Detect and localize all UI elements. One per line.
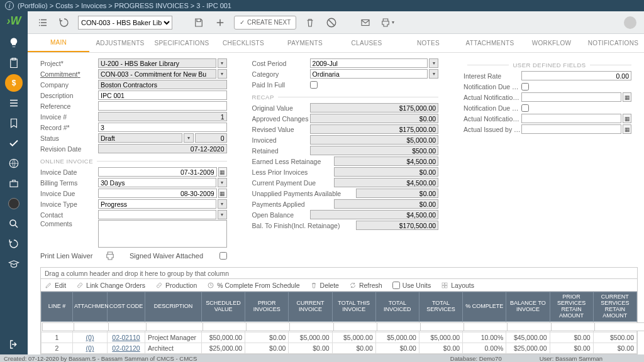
col-pct[interactable]: % COMPLETE [463, 292, 506, 322]
col-total-this[interactable]: TOTAL THIS INVOICE [332, 292, 375, 322]
paid-in-full-checkbox[interactable] [310, 81, 318, 89]
label-commitment[interactable]: Commitment [40, 70, 98, 78]
undo-icon[interactable] [57, 15, 72, 30]
sidebar-avatar-icon[interactable] [0, 194, 28, 214]
col-prior-retain[interactable]: PRIOR SERVICES RETAIN AMOUNT [550, 292, 593, 322]
info-icon[interactable]: i [5, 1, 14, 10]
sidebar-history-icon[interactable] [0, 234, 28, 254]
status-dropdown[interactable]: ▾ [184, 133, 194, 143]
list-view-icon[interactable] [35, 15, 50, 30]
grid-layouts-button[interactable]: Layouts [441, 282, 474, 289]
invoice-type-field[interactable] [98, 199, 216, 209]
col-total-invoiced[interactable]: TOTAL INVOICED [375, 292, 419, 322]
col-cost-code[interactable]: COST CODE [108, 292, 145, 322]
tab-specifications[interactable]: SPECIFICATIONS [151, 34, 213, 52]
record-no-field[interactable] [98, 123, 227, 132]
save-icon[interactable] [191, 15, 206, 30]
sidebar-list-icon[interactable] [0, 93, 28, 113]
tab-main[interactable]: MAIN [28, 34, 89, 52]
sidebar-check-icon[interactable] [0, 133, 28, 153]
grid-production-button[interactable]: Production [155, 282, 197, 289]
actual-notif1-date-icon[interactable]: ▦ [623, 92, 631, 102]
category-dropdown[interactable]: ▾ [429, 69, 438, 79]
actual-issued-date-icon[interactable]: ▦ [623, 124, 631, 134]
table-row[interactable]: 2(0)02-02120Architect$25,000.00$0.00$0.0… [42, 343, 637, 354]
project-dropdown[interactable]: ▾ [218, 58, 227, 68]
cell-code[interactable]: 02-02120 [108, 343, 145, 354]
col-line[interactable]: LINE # [42, 292, 73, 322]
notif-due2-checkbox[interactable] [521, 104, 529, 112]
tab-checklists[interactable]: CHECKLISTS [213, 34, 274, 52]
comments-field[interactable] [98, 220, 227, 248]
col-prior-inv[interactable]: PRIOR INVOICES [245, 292, 289, 322]
reference-field[interactable] [98, 101, 227, 111]
cell-code[interactable]: 02-02110 [108, 332, 145, 343]
sidebar-graduate-icon[interactable] [0, 254, 28, 274]
actual-notif1-field[interactable] [521, 92, 621, 102]
mail-icon[interactable] [358, 15, 373, 30]
category-field[interactable] [310, 69, 428, 79]
col-balance[interactable]: BALANCE TO INVOICE [506, 292, 550, 322]
grid-group-hint[interactable]: Drag a column header and drop it here to… [41, 268, 637, 279]
sidebar-logout-icon[interactable] [0, 334, 28, 354]
signed-waiver-checkbox[interactable] [219, 252, 227, 260]
crumb-costs[interactable]: Costs [55, 2, 73, 9]
table-row[interactable]: 1(0)02-02110Project Manager$50,000.00$0.… [42, 332, 637, 343]
grid-use-units-toggle[interactable]: Use Units [392, 282, 431, 289]
col-description[interactable]: DESCRIPTION [145, 292, 202, 322]
contact-dropdown[interactable]: ▾ [218, 210, 227, 219]
sidebar-briefcase-icon[interactable] [0, 173, 28, 194]
notif-due1-checkbox[interactable] [521, 83, 529, 90]
delete-icon[interactable] [303, 15, 318, 30]
print-lien-icon[interactable] [104, 250, 116, 261]
actual-notif2-field[interactable] [521, 114, 621, 123]
description-field[interactable] [98, 90, 227, 100]
print-icon[interactable]: ▾ [379, 15, 394, 30]
invoice-due-field[interactable] [98, 189, 217, 198]
add-icon[interactable] [213, 15, 228, 30]
grid-refresh-button[interactable]: Refresh [349, 282, 382, 289]
cost-period-dropdown[interactable]: ▾ [429, 58, 438, 68]
cost-period-field[interactable] [310, 58, 428, 68]
tab-adjustments[interactable]: ADJUSTMENTS [89, 34, 151, 52]
actual-notif2-date-icon[interactable]: ▦ [623, 114, 631, 123]
sidebar-globe-icon[interactable] [0, 153, 28, 173]
invoice-date-field[interactable] [98, 167, 217, 177]
context-select[interactable]: CON-003 - HBS Baker Library - Bost [78, 16, 172, 30]
cell-att[interactable]: (0) [73, 332, 108, 343]
cancel-icon[interactable] [324, 15, 339, 30]
tab-notifications[interactable]: NOTIFICATIONS [582, 34, 644, 52]
tab-attachments[interactable]: ATTACHMENTS [459, 34, 521, 52]
tab-notes[interactable]: NOTES [397, 34, 459, 52]
grid-link-change-button[interactable]: Link Change Orders [76, 282, 145, 289]
tab-payments[interactable]: PAYMENTS [274, 34, 336, 52]
col-total-services[interactable]: TOTAL SERVICES [419, 292, 462, 322]
sidebar-clipboard-icon[interactable] [0, 53, 28, 73]
sidebar-bulb-icon[interactable] [0, 33, 28, 53]
actual-issued-field[interactable] [521, 124, 621, 134]
invoice-type-dropdown[interactable]: ▾ [218, 199, 227, 209]
tab-workflow[interactable]: WORKFLOW [521, 34, 582, 52]
filter-cr[interactable] [594, 322, 644, 331]
grid-pct-complete-button[interactable]: % Complete From Schedule [207, 282, 299, 289]
grid-edit-button[interactable]: Edit [45, 282, 66, 289]
crumb-portfolio[interactable]: (Portfolio) [18, 2, 48, 9]
col-current-inv[interactable]: CURRENT INVOICE [289, 292, 332, 322]
billing-terms-field[interactable] [98, 178, 216, 187]
status-field[interactable] [98, 133, 182, 143]
invoice-date-picker-icon[interactable]: ▦ [218, 167, 227, 177]
project-field[interactable] [98, 58, 216, 68]
crumb-invoices[interactable]: Invoices [81, 2, 106, 9]
invoice-due-picker-icon[interactable]: ▦ [218, 189, 227, 198]
grid-delete-button[interactable]: Delete [310, 282, 339, 289]
sidebar-bookmark-icon[interactable] [0, 113, 28, 133]
toolbar-probe-icon[interactable] [624, 16, 636, 29]
interest-rate-field[interactable] [521, 71, 631, 80]
sidebar-search-icon[interactable] [0, 214, 28, 234]
col-scheduled[interactable]: SCHEDULED VALUE [202, 292, 245, 322]
col-attachment[interactable]: ATTACHMEN [73, 292, 108, 322]
cell-att[interactable]: (0) [73, 343, 108, 354]
breadcrumb[interactable]: (Portfolio) > Costs > Invoices > PROGRES… [18, 2, 231, 9]
crumb-progress[interactable]: PROGRESS INVOICES [114, 2, 189, 9]
tab-clauses[interactable]: CLAUSES [336, 34, 397, 52]
